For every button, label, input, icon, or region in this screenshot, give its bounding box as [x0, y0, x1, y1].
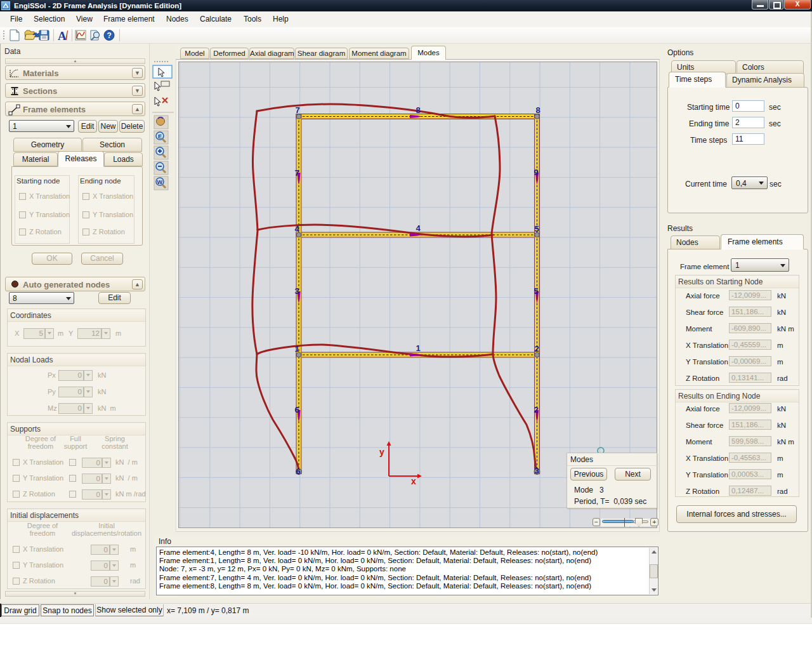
svg-text:7: 7 — [294, 168, 299, 178]
svg-text:2: 2 — [534, 344, 539, 354]
svg-text:1: 1 — [416, 343, 420, 353]
svg-text:4: 4 — [294, 224, 299, 234]
svg-text:9: 9 — [534, 168, 538, 177]
svg-text:W: W — [157, 179, 163, 185]
svg-text:5: 5 — [534, 224, 539, 234]
svg-text:x: x — [411, 476, 416, 486]
svg-text:7: 7 — [295, 105, 299, 115]
svg-text:4: 4 — [416, 223, 421, 233]
svg-text:3: 3 — [294, 286, 299, 296]
svg-text:8: 8 — [535, 105, 540, 115]
svg-text:5: 5 — [534, 286, 538, 296]
svg-text:1: 1 — [294, 344, 299, 354]
svg-text:E: E — [158, 133, 162, 140]
svg-text:?: ? — [107, 31, 112, 40]
svg-text:6: 6 — [296, 467, 300, 476]
svg-text:A: A — [58, 29, 67, 43]
svg-text:y: y — [379, 447, 384, 457]
svg-text:3: 3 — [534, 466, 539, 475]
svg-text:6: 6 — [294, 405, 299, 415]
svg-text:8: 8 — [416, 105, 420, 115]
svg-text:2: 2 — [534, 405, 538, 415]
